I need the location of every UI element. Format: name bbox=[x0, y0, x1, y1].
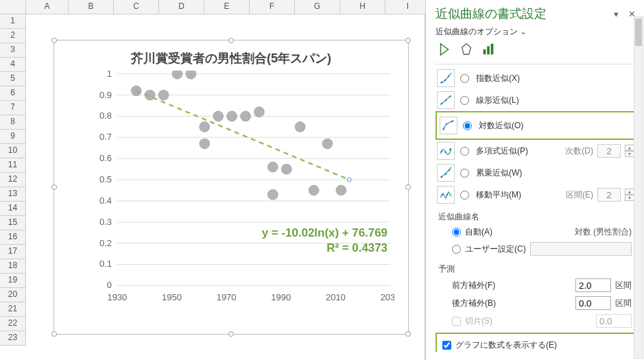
resize-handle[interactable] bbox=[405, 38, 411, 43]
svg-point-43 bbox=[267, 189, 278, 200]
resize-handle[interactable] bbox=[51, 331, 57, 337]
forecast-forward-input[interactable] bbox=[575, 278, 611, 292]
panel-subtitle: 近似曲線のオプション bbox=[436, 27, 518, 36]
svg-point-44 bbox=[281, 164, 291, 174]
panel-title: 近似曲線の書式設定 bbox=[436, 5, 547, 22]
svg-point-60 bbox=[445, 99, 446, 101]
svg-text:0.2: 0.2 bbox=[99, 238, 112, 248]
spin-up-icon: ▲ bbox=[625, 145, 634, 151]
svg-marker-51 bbox=[462, 44, 471, 55]
svg-point-31 bbox=[131, 86, 141, 96]
resize-handle[interactable] bbox=[405, 184, 411, 190]
svg-point-34 bbox=[172, 71, 182, 79]
svg-point-46 bbox=[309, 185, 319, 195]
plot-area[interactable]: 00.10.20.30.40.50.60.70.80.9119301950197… bbox=[94, 71, 394, 305]
svg-point-45 bbox=[295, 121, 305, 132]
row-headers: 1234567891011121314151617181920212223 bbox=[0, 14, 26, 346]
svg-text:0.8: 0.8 bbox=[99, 110, 112, 121]
svg-text:2030: 2030 bbox=[381, 292, 394, 302]
svg-point-59 bbox=[441, 103, 442, 104]
checkbox-show-equation[interactable]: グラフに数式を表示する(E) bbox=[440, 338, 632, 352]
trendline-option-moving-avg[interactable]: 移動平均(M) 区間(E) ▲▼ bbox=[436, 184, 636, 206]
svg-text:0.6: 0.6 bbox=[99, 153, 112, 163]
chevron-down-icon[interactable]: ⌄ bbox=[520, 27, 527, 36]
svg-point-38 bbox=[213, 111, 224, 121]
svg-point-39 bbox=[227, 111, 237, 121]
custom-name-input[interactable] bbox=[530, 242, 632, 256]
svg-point-66 bbox=[445, 152, 446, 153]
spin-down-icon: ▼ bbox=[625, 151, 634, 157]
svg-point-69 bbox=[445, 173, 446, 175]
resize-handle[interactable] bbox=[228, 38, 234, 43]
intercept-input bbox=[596, 314, 632, 328]
forecast-section: 予測 bbox=[438, 263, 636, 275]
resize-handle[interactable] bbox=[405, 331, 411, 337]
svg-point-57 bbox=[448, 75, 449, 77]
trendline-option-exponential[interactable]: 指数近似(X) bbox=[436, 67, 636, 89]
svg-point-36 bbox=[200, 139, 210, 149]
svg-point-42 bbox=[267, 162, 278, 172]
trendline-auto-name-value: 対数 (男性割合) bbox=[575, 226, 632, 238]
panel-scrollbar[interactable] bbox=[634, 16, 643, 359]
svg-point-37 bbox=[200, 121, 210, 132]
column-headers: ABCDEFGHI bbox=[0, 0, 431, 14]
resize-handle[interactable] bbox=[228, 331, 234, 337]
svg-point-32 bbox=[145, 90, 155, 100]
svg-text:0.9: 0.9 bbox=[99, 90, 112, 100]
trendline-option-logarithmic[interactable]: 対数近似(O) bbox=[436, 111, 636, 140]
svg-text:0.1: 0.1 bbox=[99, 259, 112, 269]
svg-text:1950: 1950 bbox=[162, 292, 182, 302]
svg-text:1970: 1970 bbox=[217, 292, 237, 302]
trendline-name-auto[interactable]: 自動(A) 対数 (男性割合) bbox=[436, 224, 636, 240]
format-category-icons bbox=[437, 42, 636, 57]
svg-point-41 bbox=[254, 107, 264, 117]
resize-handle[interactable] bbox=[51, 184, 57, 190]
chart-title[interactable]: 芥川賞受賞者の男性割合(5年スパン) bbox=[54, 40, 408, 71]
show-equation-box: グラフに数式を表示する(E) グラフに R-2 乗値を表示する(R) bbox=[436, 333, 636, 352]
svg-text:1930: 1930 bbox=[107, 292, 127, 302]
chart-object[interactable]: 芥川賞受賞者の男性割合(5年スパン) 00.10.20.30.40.50.60.… bbox=[53, 40, 409, 335]
svg-point-48 bbox=[336, 185, 346, 195]
svg-point-72 bbox=[446, 194, 448, 195]
svg-point-64 bbox=[451, 121, 453, 122]
svg-point-56 bbox=[444, 80, 446, 81]
svg-text:0.5: 0.5 bbox=[99, 174, 112, 184]
svg-point-68 bbox=[441, 176, 442, 178]
svg-point-47 bbox=[322, 139, 333, 149]
spin-down-icon: ▼ bbox=[625, 195, 634, 201]
resize-handle[interactable] bbox=[51, 38, 57, 43]
trendline-option-linear[interactable]: 線形近似(L) bbox=[436, 89, 636, 111]
trendline-name-custom[interactable]: ユーザー設定(C) bbox=[436, 240, 636, 258]
svg-text:1: 1 bbox=[107, 71, 112, 79]
svg-text:R² = 0.4373: R² = 0.4373 bbox=[326, 241, 387, 254]
svg-text:0: 0 bbox=[107, 280, 112, 290]
svg-text:1990: 1990 bbox=[271, 292, 291, 302]
forecast-backward-input[interactable] bbox=[575, 296, 611, 310]
svg-point-63 bbox=[446, 123, 447, 125]
svg-point-70 bbox=[449, 169, 450, 171]
svg-text:y = -10.02ln(x) + 76.769: y = -10.02ln(x) + 76.769 bbox=[262, 226, 387, 239]
svg-text:0.4: 0.4 bbox=[99, 195, 112, 206]
svg-point-35 bbox=[186, 71, 196, 79]
svg-point-65 bbox=[441, 151, 442, 152]
svg-point-67 bbox=[449, 149, 451, 150]
chart-options-icon[interactable] bbox=[481, 42, 496, 57]
svg-point-33 bbox=[158, 90, 169, 100]
trendline-option-power[interactable]: 累乗近似(W) bbox=[436, 162, 636, 184]
svg-text:0.7: 0.7 bbox=[99, 132, 112, 142]
effects-icon[interactable] bbox=[459, 42, 474, 57]
panel-menu-icon[interactable]: ▾ bbox=[614, 9, 619, 19]
svg-point-71 bbox=[442, 194, 443, 195]
spin-up-icon: ▲ bbox=[625, 189, 634, 195]
svg-point-62 bbox=[443, 128, 444, 130]
svg-rect-52 bbox=[484, 49, 486, 54]
svg-point-55 bbox=[441, 82, 442, 83]
svg-text:2010: 2010 bbox=[326, 292, 346, 302]
trendline-option-polynomial[interactable]: 多項式近似(P) 次数(D) ▲▼ bbox=[436, 140, 636, 162]
svg-text:0.3: 0.3 bbox=[99, 217, 112, 227]
svg-point-61 bbox=[449, 96, 451, 97]
movavg-span-input bbox=[597, 188, 621, 202]
fill-icon[interactable] bbox=[437, 42, 452, 57]
trendline-name-section: 近似曲線名 bbox=[438, 211, 636, 223]
svg-line-28 bbox=[136, 91, 350, 180]
